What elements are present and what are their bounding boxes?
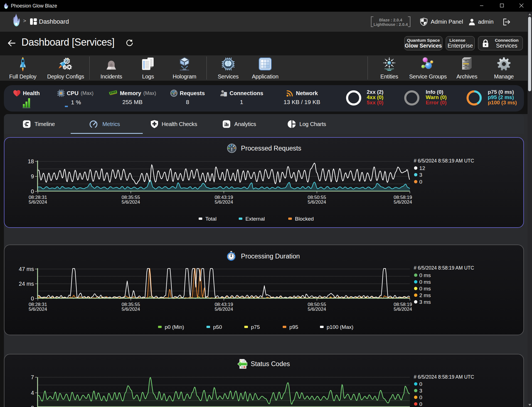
svg-text:5/6/2024: 5/6/2024 xyxy=(29,307,47,312)
svg-text:0 ms: 0 ms xyxy=(419,279,431,285)
svg-text:p100 (Max): p100 (Max) xyxy=(327,324,353,330)
svg-text:0: 0 xyxy=(419,381,422,387)
svg-text:# 6/5/2024 8:58:19 AM UTC: # 6/5/2024 8:58:19 AM UTC xyxy=(414,265,474,271)
svg-text:0: 0 xyxy=(31,188,34,194)
svg-text:0 ms: 0 ms xyxy=(419,286,431,292)
svg-text:p50: p50 xyxy=(213,324,222,330)
svg-text:3: 3 xyxy=(419,172,422,178)
svg-text:5/6/2024: 5/6/2024 xyxy=(308,307,326,312)
svg-text:5/6/2024: 5/6/2024 xyxy=(394,307,412,312)
svg-text:3 ms: 3 ms xyxy=(419,299,431,305)
svg-text:5/6/2024: 5/6/2024 xyxy=(394,199,412,205)
svg-text:External: External xyxy=(245,216,265,222)
svg-text:5/6/2024: 5/6/2024 xyxy=(215,307,233,312)
svg-text:12: 12 xyxy=(419,165,425,171)
svg-text:p95: p95 xyxy=(289,324,298,330)
svg-text:0: 0 xyxy=(31,405,34,407)
svg-text:5/6/2024: 5/6/2024 xyxy=(215,199,233,205)
svg-text:0: 0 xyxy=(419,401,422,407)
svg-text:# 6/5/2024 8:58:19 AM UTC: # 6/5/2024 8:58:19 AM UTC xyxy=(414,158,474,164)
svg-text:# 6/5/2024 8:58:19 AM UTC: # 6/5/2024 8:58:19 AM UTC xyxy=(414,374,474,380)
svg-text:3: 3 xyxy=(419,388,422,394)
svg-text:4: 4 xyxy=(31,390,34,396)
svg-text:p0 (Min): p0 (Min) xyxy=(165,324,184,330)
svg-text:7: 7 xyxy=(31,374,34,380)
svg-text:Total: Total xyxy=(205,216,216,222)
svg-text:18: 18 xyxy=(28,158,34,164)
svg-text:47 ms: 47 ms xyxy=(19,266,34,272)
svg-text:24 ms: 24 ms xyxy=(19,281,34,287)
svg-text:9: 9 xyxy=(31,173,34,179)
svg-text:5/6/2024: 5/6/2024 xyxy=(29,199,47,205)
svg-text:0 ms: 0 ms xyxy=(419,272,431,278)
svg-text:p75: p75 xyxy=(251,324,260,330)
svg-text:5/6/2024: 5/6/2024 xyxy=(122,307,140,312)
svg-text:Blocked: Blocked xyxy=(295,216,314,222)
svg-text:0: 0 xyxy=(31,295,34,302)
svg-text:5/6/2024: 5/6/2024 xyxy=(122,199,140,205)
svg-text:2 ms: 2 ms xyxy=(419,292,431,298)
svg-text:0: 0 xyxy=(419,179,422,185)
svg-text:0: 0 xyxy=(419,394,422,400)
svg-text:5/6/2024: 5/6/2024 xyxy=(308,199,326,205)
